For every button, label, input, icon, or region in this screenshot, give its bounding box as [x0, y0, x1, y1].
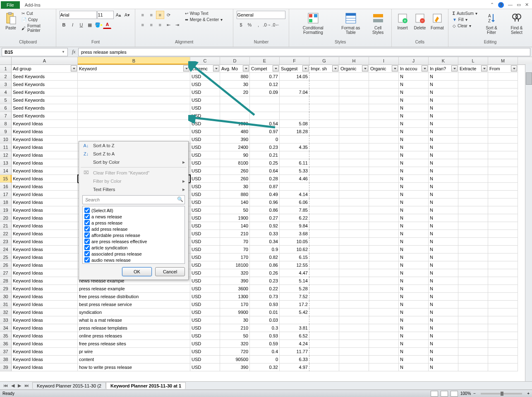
cell[interactable]: Impr. sh: [309, 65, 339, 73]
worksheet-grid[interactable]: ABCDEFGHIJKLM 1Ad groupKeywordCurrencAvg…: [0, 57, 532, 371]
font-name-select[interactable]: [60, 11, 97, 19]
insert-cells-button[interactable]: +Insert: [395, 11, 410, 31]
filter-search-input[interactable]: [82, 195, 185, 204]
cell[interactable]: [488, 324, 518, 332]
cell[interactable]: 140: [220, 222, 250, 230]
cell[interactable]: USD: [190, 96, 220, 104]
cell[interactable]: [369, 222, 399, 230]
row-header[interactable]: 12: [0, 151, 12, 159]
cell[interactable]: [78, 104, 190, 112]
cell[interactable]: N: [429, 159, 458, 167]
cell[interactable]: [458, 198, 488, 206]
cell[interactable]: 4.46: [280, 175, 309, 183]
cell[interactable]: USD: [190, 316, 220, 324]
cell[interactable]: N: [429, 222, 458, 230]
cell[interactable]: [458, 159, 488, 167]
cell[interactable]: [369, 316, 399, 324]
row-header[interactable]: 10: [0, 136, 12, 143]
cell[interactable]: 1300: [220, 293, 250, 301]
cell[interactable]: [458, 261, 488, 269]
cell[interactable]: [458, 222, 488, 230]
cell[interactable]: [339, 277, 369, 285]
cell[interactable]: USD: [190, 293, 220, 301]
cell[interactable]: N: [429, 167, 458, 175]
cell[interactable]: 7.85: [280, 206, 309, 214]
cell[interactable]: N: [399, 73, 429, 81]
cell[interactable]: [309, 348, 339, 356]
filter-button[interactable]: [451, 65, 458, 72]
cell[interactable]: Keyword Ideas: [12, 261, 78, 269]
clear-button[interactable]: ◇ Clear ▾: [452, 23, 478, 29]
conditional-formatting-button[interactable]: Conditional Formatting: [292, 11, 333, 36]
row-header[interactable]: 21: [0, 222, 12, 230]
underline-button[interactable]: U: [77, 21, 85, 29]
cell[interactable]: [309, 340, 339, 348]
cell[interactable]: N: [399, 316, 429, 324]
cell[interactable]: 70: [220, 246, 250, 254]
cell[interactable]: [339, 340, 369, 348]
cell[interactable]: 50: [220, 206, 250, 214]
cell[interactable]: USD: [190, 246, 220, 254]
cell[interactable]: 6.52: [280, 332, 309, 340]
cell[interactable]: N: [429, 230, 458, 238]
row-header[interactable]: 3: [0, 81, 12, 88]
tab-add-ins[interactable]: Add-Ins: [20, 1, 55, 9]
format-cells-button[interactable]: Format: [430, 11, 445, 31]
cell[interactable]: N: [399, 301, 429, 309]
cell[interactable]: [339, 81, 369, 88]
cell[interactable]: [458, 136, 488, 143]
cell[interactable]: [488, 301, 518, 309]
cell[interactable]: Keyword Ideas: [12, 159, 78, 167]
row-header[interactable]: 9: [0, 128, 12, 136]
sheet-tab[interactable]: Keyword Planner 2015-11-30 (2: [32, 382, 106, 389]
cell[interactable]: Keyword Ideas: [12, 183, 78, 191]
cell[interactable]: USD: [190, 120, 220, 128]
checkbox[interactable]: [84, 232, 90, 238]
col-header-C[interactable]: C: [190, 57, 220, 65]
cell[interactable]: N: [399, 261, 429, 269]
cell[interactable]: Seed Keywords: [12, 88, 78, 96]
cell[interactable]: 30: [220, 81, 250, 88]
cell[interactable]: [488, 293, 518, 301]
cell[interactable]: [309, 293, 339, 301]
cell[interactable]: Keyword Ideas: [12, 191, 78, 198]
row-header[interactable]: 13: [0, 159, 12, 167]
row-header[interactable]: 27: [0, 269, 12, 277]
cell[interactable]: [250, 96, 280, 104]
cell[interactable]: [488, 206, 518, 214]
row-header[interactable]: 16: [0, 183, 12, 191]
checkbox[interactable]: [84, 257, 90, 263]
cell[interactable]: [220, 104, 250, 112]
checkbox[interactable]: [84, 226, 90, 232]
cell[interactable]: USD: [190, 269, 220, 277]
checkbox[interactable]: [84, 220, 90, 225]
cell[interactable]: [309, 128, 339, 136]
restore-icon[interactable]: ▭: [516, 1, 522, 9]
cell[interactable]: 18.28: [280, 128, 309, 136]
cell[interactable]: [369, 340, 399, 348]
cell[interactable]: [488, 159, 518, 167]
orientation-icon[interactable]: ⟳: [165, 11, 173, 19]
cell[interactable]: [309, 332, 339, 340]
cell[interactable]: [369, 214, 399, 222]
cell[interactable]: [280, 136, 309, 143]
cell[interactable]: 20: [220, 88, 250, 96]
filter-button[interactable]: [511, 65, 517, 72]
cell[interactable]: N: [399, 81, 429, 88]
cell[interactable]: [369, 309, 399, 316]
cell[interactable]: [339, 214, 369, 222]
cell[interactable]: N: [429, 277, 458, 285]
cell[interactable]: 0.33: [250, 230, 280, 238]
cell[interactable]: Extracte: [458, 65, 488, 73]
cell[interactable]: [339, 198, 369, 206]
sort-za-item[interactable]: Z↓Sort Z to A: [79, 150, 188, 158]
cell[interactable]: 12.55: [280, 261, 309, 269]
cell[interactable]: 30: [220, 183, 250, 191]
cell[interactable]: 0.03: [250, 316, 280, 324]
cell[interactable]: 480: [220, 128, 250, 136]
cell[interactable]: [339, 191, 369, 198]
cell[interactable]: [369, 81, 399, 88]
cell[interactable]: 880: [220, 73, 250, 81]
font-size-select[interactable]: [97, 11, 114, 19]
cell[interactable]: 4.24: [280, 340, 309, 348]
